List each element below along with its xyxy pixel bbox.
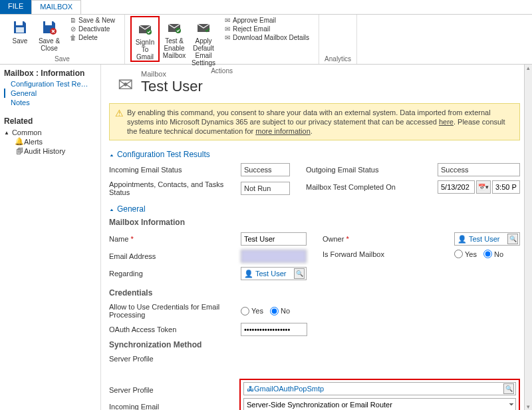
save-button[interactable]: Save [5,16,35,45]
tab-file[interactable]: FILE [0,0,31,14]
banner-text: By enabling this command, you consent to… [127,108,514,136]
label-server-profile: Server Profile [109,355,241,363]
reject-email-button[interactable]: ✉Reject Email [221,25,271,33]
name-input[interactable] [241,232,307,246]
delete-button[interactable]: 🗑Delete [66,33,99,42]
audit-icon: 🗐 [15,147,24,155]
warning-icon: ⚠ [115,108,127,136]
oauth-input[interactable] [241,323,307,336]
label-appt-status: Appointments, Contacts, and Tasks Status [109,180,241,196]
chevron-down-icon: ▲ [4,130,9,136]
save-new-button[interactable]: 🗎Save & New [66,16,116,25]
lookup-picker-icon[interactable]: 🔍 [503,383,514,394]
sidebar-link-general[interactable]: General [4,89,96,98]
allow-creds-yes[interactable] [241,307,249,315]
signin-gmail-button[interactable]: SignIn To Gmail [130,16,160,62]
is-forward-radio[interactable]: Yes No [454,250,520,258]
incoming-status-select[interactable]: Success [241,163,290,176]
entity-type-label: Mailbox [109,70,520,78]
label-incoming-status: Incoming Email Status [109,166,241,174]
label-test-completed: Mailbox Test Completed On [306,183,438,191]
ribbon-group-analytics: Analytics [319,15,357,64]
scroll-down-icon[interactable]: ▾ [527,403,530,410]
deactivate-icon: ⊘ [68,25,78,33]
group-save-label: Save [55,55,70,64]
group-analytics-label: Analytics [325,55,351,64]
incoming-email-select[interactable]: Server-Side Synchronization or Email Rou… [243,398,516,410]
subsection-syncmethod: Synchronization Method [109,340,520,349]
delete-icon: 🗑 [68,34,78,41]
ribbon-group-save: Save Save & Close 🗎Save & New ⊘Deactivat… [0,15,125,64]
server-profile-icon: 🖧 [247,385,254,393]
server-profile-lookup[interactable]: 🖧 GmailOAuthPopSmtp 🔍 [243,382,516,395]
sidebar: Mailbox : Information Configuration Test… [0,65,101,410]
sidebar-common-toggle[interactable]: ▲Common [4,128,96,136]
save-close-icon [41,17,57,37]
ribbon-group-actions: SignIn To Gmail Test & Enable Mailbox Ap… [125,15,319,64]
save-icon [12,17,28,37]
lookup-picker-icon[interactable]: 🔍 [507,234,518,244]
sidebar-title: Mailbox : Information [4,69,96,78]
consent-banner: ⚠ By enabling this command, you consent … [109,103,520,140]
user-icon: 👤 [458,235,467,244]
label-allow-creds: Allow to Use Credentials for Email Proce… [109,303,241,319]
email-input[interactable]: xxxxx [241,250,307,263]
appt-status-select[interactable]: Not Run [241,182,290,195]
sidebar-item-audit[interactable]: 🗐Audit History [4,146,96,156]
bell-icon: 🔔 [15,137,24,146]
gmail-signin-icon [137,19,153,39]
subsection-mailboxinfo: Mailbox Information [109,218,520,227]
allow-creds-radio[interactable]: Yes No [241,307,309,315]
allow-creds-no[interactable] [270,307,279,315]
test-date-input[interactable] [438,180,475,194]
svg-rect-2 [45,21,52,25]
approve-icon: ✉ [222,17,233,24]
tab-mailbox[interactable]: MAILBOX [31,0,81,14]
sidebar-link-cfg[interactable]: Configuration Test Re… [4,79,96,89]
label-is-forward: Is Forward Mailbox [323,250,454,258]
save-close-button[interactable]: Save & Close [35,16,64,52]
test-time-input[interactable] [492,180,520,194]
label-server-profile2: Server Profile [109,383,239,397]
label-incoming-email: Incoming Email [109,400,239,410]
lookup-picker-icon[interactable]: 🔍 [294,268,305,279]
banner-moreinfo-link[interactable]: more information [255,127,311,135]
is-forward-yes[interactable] [454,250,463,258]
date-picker-button[interactable]: 📅▾ [476,180,491,194]
label-outgoing-status: Outgoing Email Status [306,166,438,174]
section-cfg-header[interactable]: Configuration Test Results [109,150,520,159]
label-server-profile-row [109,365,241,379]
apply-default-button[interactable]: Apply Default Email Settings [189,16,218,67]
content-area: ▴▾ ✉ Mailbox Test User ⚠ By enabling thi… [101,65,532,410]
is-forward-no[interactable] [483,250,492,258]
outgoing-status-select[interactable]: Success [438,163,520,176]
regarding-lookup[interactable]: 👤 Test User 🔍 [241,267,307,280]
svg-rect-1 [16,27,24,33]
test-enable-icon [166,17,182,37]
scroll-up-icon[interactable]: ▴ [527,65,530,71]
save-new-icon: 🗎 [68,17,78,24]
entity-name: Test User [109,78,520,95]
label-regarding: Regarding [109,270,241,278]
ribbon: Save Save & Close 🗎Save & New ⊘Deactivat… [0,15,532,65]
sync-highlight-box: 🖧 GmailOAuthPopSmtp 🔍 Server-Side Synchr… [239,379,520,410]
reject-icon: ✉ [222,25,233,33]
sidebar-link-notes[interactable]: Notes [4,98,96,107]
user-icon: 👤 [244,270,253,278]
ribbon-tabbar: FILE MAILBOX [0,0,532,15]
test-enable-button[interactable]: Test & Enable Mailbox [160,16,189,59]
section-general-header[interactable]: General [109,204,520,214]
apply-default-icon [196,17,211,37]
download-details-button[interactable]: ✉Download Mailbox Details [221,33,311,42]
deactivate-button[interactable]: ⊘Deactivate [66,25,111,33]
label-owner: Owner [323,235,454,243]
sidebar-item-alerts[interactable]: 🔔Alerts [4,136,96,146]
approve-email-button[interactable]: ✉Approve Email [221,16,277,25]
banner-here-link[interactable]: here [439,118,454,126]
scrollbar[interactable]: ▴▾ [524,65,532,410]
owner-lookup[interactable]: 👤 Test User 🔍 [454,232,520,246]
label-name: Name [109,235,241,243]
label-email: Email Address [109,252,241,260]
label-oauth: OAuth Access Token [109,325,241,333]
download-icon: ✉ [222,34,233,41]
